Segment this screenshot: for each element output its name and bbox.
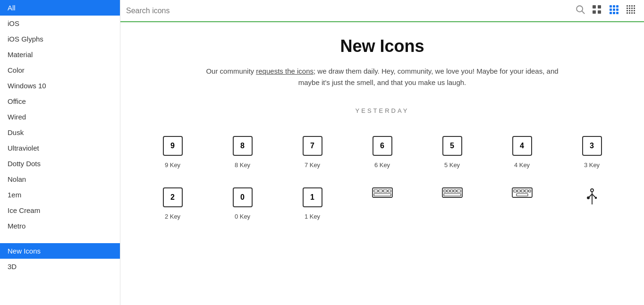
icon-item[interactable]: 00 Key [208,180,278,228]
grid-medium-btn[interactable] [606,3,621,18]
icon-symbol: 9 [163,136,183,156]
sidebar-item-color[interactable]: Color [0,62,120,78]
icon-item[interactable]: 33 Key [557,128,627,176]
icon-symbol: 2 [163,187,183,207]
svg-rect-24 [629,10,630,11]
icon-label: 4 Key [514,161,530,169]
section-label: YESTERDAY [130,107,635,114]
icon-symbol: 6 [373,136,392,156]
icon-label: 8 Key [235,161,250,169]
icons-grid-row1: 99 Key88 Key77 Key66 Key55 Key44 Key33 K… [130,128,635,176]
icon-label: 5 Key [444,161,460,169]
sidebar-item-3d[interactable]: 3D [0,259,120,274]
svg-rect-23 [627,10,628,11]
main-content: New Icons Our community requests the ico… [120,0,644,305]
desc-start: Our community [206,67,256,75]
icon-item[interactable]: 77 Key [278,128,347,176]
icon-symbol [372,187,393,200]
icon-item[interactable] [347,180,417,228]
svg-rect-19 [627,8,628,9]
svg-rect-4 [593,10,596,14]
icon-symbol: 0 [233,187,253,207]
svg-rect-27 [627,12,628,14]
sidebar-item-ultraviolet[interactable]: Ultraviolet [0,140,120,156]
svg-rect-7 [613,5,615,8]
svg-rect-2 [593,5,596,8]
icon-symbol: 1 [303,187,322,207]
icon-label: 7 Key [305,161,320,169]
svg-rect-46 [517,190,520,192]
sidebar-item-office[interactable]: Office [0,93,120,109]
svg-rect-8 [616,5,619,8]
svg-rect-18 [634,5,635,7]
svg-rect-36 [374,194,391,196]
icon-item[interactable] [557,180,627,228]
icon-symbol: 7 [303,136,322,156]
sidebar: AlliOSiOS GlyphsMaterialColorWindows 10O… [0,0,120,305]
svg-rect-43 [444,194,461,196]
svg-rect-3 [598,5,601,8]
icon-item[interactable]: 66 Key [347,128,417,176]
icon-symbol: 3 [582,136,602,156]
grid-small-btn[interactable] [623,3,638,18]
svg-point-0 [576,6,583,12]
icon-item[interactable]: 55 Key [417,128,487,176]
icon-item[interactable] [487,180,557,228]
svg-point-54 [587,196,590,199]
svg-rect-45 [514,190,517,192]
svg-rect-20 [629,8,630,9]
icon-item[interactable]: 22 Key [138,180,208,228]
sidebar-item-material[interactable]: Material [0,47,120,62]
sidebar-item-dusk[interactable]: Dusk [0,125,120,140]
icon-item[interactable]: 44 Key [487,128,557,176]
svg-rect-6 [610,5,612,8]
icon-item[interactable]: 11 Key [278,180,347,228]
sidebar-item-ice-cream[interactable]: Ice Cream [0,203,120,218]
svg-rect-25 [631,10,633,11]
svg-rect-33 [379,190,382,192]
svg-rect-50 [517,194,528,196]
svg-rect-15 [627,5,628,7]
svg-rect-42 [457,190,461,192]
svg-rect-32 [374,190,378,192]
icon-label: 9 Key [165,161,180,169]
svg-rect-35 [388,190,391,192]
sidebar-item-new-icons[interactable]: New Icons [0,243,120,259]
sidebar-item-wired[interactable]: Wired [0,109,120,125]
sidebar-item-1em[interactable]: 1em [0,187,120,203]
svg-rect-34 [383,190,387,192]
desc-link[interactable]: requests the icons [256,67,314,75]
icon-label: 2 Key [165,213,180,220]
svg-rect-13 [613,12,615,14]
sidebar-item-all[interactable]: All [0,0,120,16]
icon-symbol: 4 [512,136,532,156]
content-area: New Icons Our community requests the ico… [120,22,644,305]
sidebar-item-dotty-dots[interactable]: Dotty Dots [0,156,120,171]
icons-grid-row2: 22 Key00 Key11 Key [130,180,635,228]
svg-rect-38 [444,190,446,192]
icon-item[interactable]: 88 Key [208,128,278,176]
icon-label: 1 Key [305,213,320,220]
sidebar-item-ios[interactable]: iOS [0,16,120,31]
svg-rect-28 [629,12,630,14]
sidebar-item-metro[interactable]: Metro [0,218,120,234]
svg-rect-12 [610,12,612,14]
svg-rect-39 [447,190,449,192]
svg-rect-26 [634,10,635,11]
svg-point-56 [591,189,593,192]
grid-large-btn[interactable] [589,3,604,18]
icon-label: 3 Key [584,161,600,169]
svg-rect-47 [521,190,524,192]
icon-symbol [584,187,601,211]
svg-rect-21 [631,8,633,9]
search-button[interactable] [575,4,585,17]
search-input[interactable] [126,7,575,15]
icon-item[interactable]: 99 Key [138,128,208,176]
sidebar-item-nolan[interactable]: Nolan [0,171,120,187]
icon-item[interactable] [417,180,487,228]
svg-rect-41 [454,190,456,192]
svg-rect-49 [529,190,531,192]
sidebar-item-windows-10[interactable]: Windows 10 [0,78,120,93]
svg-rect-22 [634,8,635,9]
sidebar-item-ios-glyphs[interactable]: iOS Glyphs [0,31,120,47]
